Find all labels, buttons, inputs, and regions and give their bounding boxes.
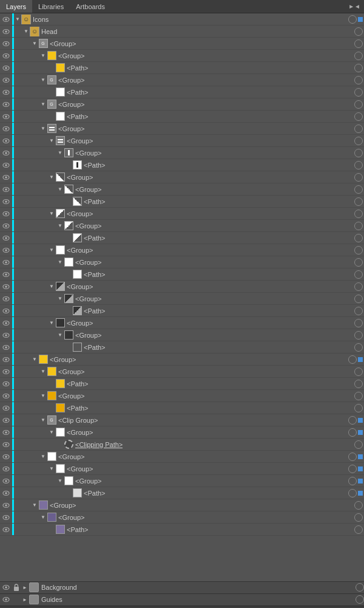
layer-options-circle[interactable] xyxy=(354,392,363,400)
tab-layers[interactable]: Layers xyxy=(0,0,32,13)
layer-row[interactable]: ▼G<Group> xyxy=(0,38,364,50)
eye-visibility[interactable] xyxy=(0,478,12,484)
layer-row[interactable]: <Path> xyxy=(0,341,364,354)
layer-row[interactable]: <Path> xyxy=(0,268,364,281)
layer-row[interactable]: ▼<Group> xyxy=(0,281,364,293)
layer-row[interactable]: <Path> xyxy=(0,62,364,74)
eye-visibility[interactable] xyxy=(0,454,12,460)
layer-options-circle[interactable] xyxy=(348,477,357,485)
eye-visibility[interactable] xyxy=(0,247,12,253)
layer-options-circle[interactable] xyxy=(348,465,357,473)
eye-visibility[interactable] xyxy=(0,114,12,120)
layer-row[interactable]: <Clipping Path> xyxy=(0,439,364,451)
eye-visibility[interactable] xyxy=(0,466,12,472)
layer-lock-icon[interactable] xyxy=(12,584,21,591)
eye-visibility[interactable] xyxy=(0,393,12,399)
layer-row[interactable]: ▼<Group> xyxy=(0,329,364,341)
layer-toggle-arrow[interactable]: ▼ xyxy=(39,454,47,459)
layer-row[interactable]: ▼☺Icons xyxy=(0,13,364,26)
layer-options-circle[interactable] xyxy=(354,52,363,60)
layer-row[interactable]: ▼<Group> xyxy=(0,451,364,463)
layer-row[interactable]: ▼<Group> xyxy=(0,183,364,196)
layer-options-circle[interactable] xyxy=(356,583,364,592)
eye-visibility[interactable] xyxy=(0,174,12,180)
layer-toggle-arrow[interactable]: ▼ xyxy=(39,77,47,83)
eye-visibility[interactable] xyxy=(0,77,12,83)
layer-options-circle[interactable] xyxy=(354,161,363,169)
bottom-layer-row[interactable]: ►Background xyxy=(0,581,364,593)
layer-row[interactable]: <Path> xyxy=(0,524,364,536)
layer-toggle-arrow[interactable]: ▼ xyxy=(39,393,47,398)
layer-toggle-arrow[interactable]: ▼ xyxy=(56,332,64,338)
eye-visibility[interactable] xyxy=(0,211,12,217)
eye-visibility[interactable] xyxy=(0,41,12,47)
layer-row[interactable]: ▼G<Clip Group> xyxy=(0,414,364,426)
layer-toggle-arrow[interactable]: ▼ xyxy=(31,41,38,46)
layer-row[interactable]: ▼<Group> xyxy=(0,366,364,378)
eye-visibility[interactable] xyxy=(0,596,12,603)
eye-visibility[interactable] xyxy=(0,89,12,95)
layer-options-circle[interactable] xyxy=(354,440,363,449)
eye-visibility[interactable] xyxy=(0,344,12,350)
eye-visibility[interactable] xyxy=(0,527,12,533)
eye-visibility[interactable] xyxy=(0,284,12,290)
layer-row[interactable]: ▼<Group> xyxy=(0,293,364,305)
layer-row[interactable]: <Path> xyxy=(0,159,364,171)
layer-options-circle[interactable] xyxy=(354,404,363,412)
layer-options-circle[interactable] xyxy=(354,173,363,182)
layer-row[interactable]: ▼<Group> xyxy=(0,463,364,475)
eye-visibility[interactable] xyxy=(0,53,12,59)
layer-options-circle[interactable] xyxy=(354,513,363,522)
layer-options-circle[interactable] xyxy=(354,295,363,303)
layer-options-circle[interactable] xyxy=(348,428,357,437)
eye-visibility[interactable] xyxy=(0,417,12,423)
layer-toggle-arrow[interactable]: ► xyxy=(21,597,29,603)
eye-visibility[interactable] xyxy=(0,332,12,338)
eye-visibility[interactable] xyxy=(0,502,12,508)
layer-row[interactable]: <Path> xyxy=(0,196,364,208)
eye-visibility[interactable] xyxy=(0,29,12,35)
eye-visibility[interactable] xyxy=(0,584,12,590)
layer-toggle-arrow[interactable]: ▼ xyxy=(39,101,47,107)
layer-row[interactable]: ▼<Group> xyxy=(0,256,364,268)
bottom-layer-row[interactable]: ►Guides xyxy=(0,593,364,606)
layer-toggle-arrow[interactable]: ▼ xyxy=(56,223,64,228)
eye-visibility[interactable] xyxy=(0,405,12,411)
layer-row[interactable]: ▼<Group> xyxy=(0,354,364,366)
eye-visibility[interactable] xyxy=(0,357,12,363)
eye-visibility[interactable] xyxy=(0,16,12,22)
eye-visibility[interactable] xyxy=(0,320,12,326)
layer-options-circle[interactable] xyxy=(354,343,363,352)
layer-options-circle[interactable] xyxy=(354,39,363,48)
layer-options-circle[interactable] xyxy=(354,64,363,72)
layer-options-circle[interactable] xyxy=(354,149,363,157)
layer-options-circle[interactable] xyxy=(354,137,363,145)
layer-options-circle[interactable] xyxy=(354,76,363,84)
eye-visibility[interactable] xyxy=(0,259,12,265)
layer-row[interactable]: ▼<Group> xyxy=(0,244,364,256)
layer-row[interactable]: <Path> xyxy=(0,111,364,123)
eye-visibility[interactable] xyxy=(0,369,12,375)
layer-options-circle[interactable] xyxy=(354,222,363,230)
layer-options-circle[interactable] xyxy=(354,307,363,315)
layer-options-circle[interactable] xyxy=(356,595,364,604)
layer-options-circle[interactable] xyxy=(354,501,363,510)
layer-toggle-arrow[interactable]: ▼ xyxy=(56,186,64,192)
eye-visibility[interactable] xyxy=(0,65,12,71)
layer-toggle-arrow[interactable]: ▼ xyxy=(22,29,30,34)
layer-toggle-arrow[interactable]: ▼ xyxy=(48,174,55,180)
layer-toggle-arrow[interactable]: ▼ xyxy=(48,429,55,435)
layer-options-circle[interactable] xyxy=(348,355,357,364)
layer-options-circle[interactable] xyxy=(354,367,363,376)
layer-options-circle[interactable] xyxy=(354,282,363,291)
layer-options-circle[interactable] xyxy=(348,489,357,497)
layer-options-circle[interactable] xyxy=(354,331,363,340)
layer-row[interactable]: ▼<Group> xyxy=(0,50,364,62)
layer-options-circle[interactable] xyxy=(354,234,363,242)
layer-row[interactable]: <Path> xyxy=(0,86,364,98)
layer-row[interactable]: <Path> xyxy=(0,232,364,244)
layer-toggle-arrow[interactable]: ▼ xyxy=(56,478,64,483)
layer-options-circle[interactable] xyxy=(354,258,363,267)
eye-visibility[interactable] xyxy=(0,223,12,229)
layer-toggle-arrow[interactable]: ▼ xyxy=(39,126,47,131)
